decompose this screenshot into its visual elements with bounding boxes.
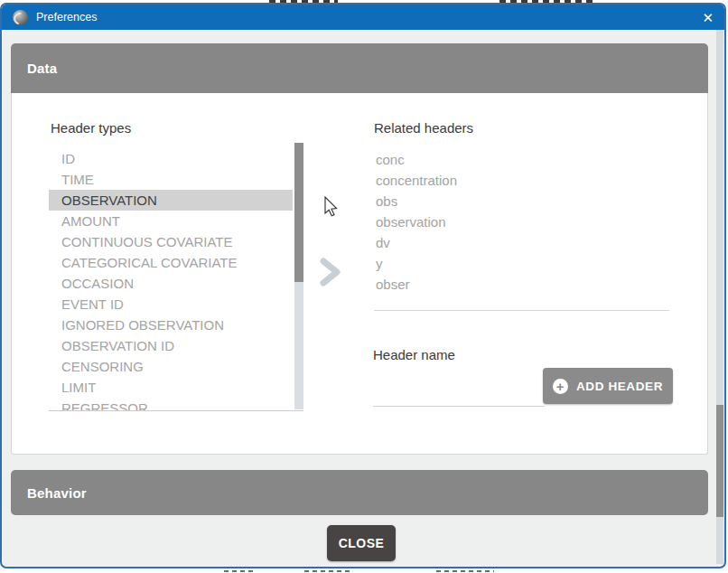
header-type-item[interactable]: EVENT ID [49, 294, 293, 315]
header-type-item[interactable]: CENSORING [49, 356, 293, 377]
related-header-item[interactable]: conc [376, 149, 457, 170]
data-section: Data Header types IDTIMEOBSERVATIONAMOUN… [11, 43, 708, 455]
header-name-label: Header name [373, 347, 455, 362]
scrollbar-thumb[interactable] [294, 143, 303, 282]
header-types-scrollbar[interactable] [294, 143, 303, 409]
header-type-item[interactable]: IGNORED OBSERVATION [49, 315, 293, 335]
header-type-item[interactable]: TIME [49, 169, 293, 190]
chevron-right-icon[interactable] [319, 258, 344, 290]
data-section-header: Data [11, 43, 708, 93]
add-header-button[interactable]: + ADD HEADER [543, 368, 673, 404]
close-button[interactable]: CLOSE [327, 525, 396, 561]
cursor-arrow-icon [323, 196, 339, 221]
data-section-title: Data [27, 61, 57, 76]
add-header-button-label: ADD HEADER [576, 380, 663, 393]
related-header-item[interactable]: dv [376, 232, 457, 253]
header-type-item[interactable]: OCCASION [49, 273, 293, 294]
header-name-input[interactable] [373, 370, 545, 407]
header-type-item[interactable]: OBSERVATION [49, 190, 293, 211]
background-text-fragment [224, 570, 257, 572]
related-header-item[interactable]: obser [376, 274, 457, 295]
header-type-item[interactable]: CATEGORICAL COVARIATE [49, 252, 293, 273]
dialog-title: Preferences [36, 11, 97, 23]
behavior-section-title: Behavior [27, 485, 87, 501]
dialog-titlebar[interactable]: Preferences ✕ [2, 5, 724, 30]
dialog-scrollbar[interactable] [716, 30, 723, 564]
related-header-item[interactable]: y [376, 253, 457, 274]
header-type-item[interactable]: ID [49, 148, 293, 169]
related-header-item[interactable]: obs [376, 191, 457, 211]
close-icon[interactable]: ✕ [702, 11, 714, 24]
related-header-item[interactable]: observation [376, 211, 457, 232]
divider [374, 310, 669, 311]
background-text-fragment [436, 570, 494, 572]
plus-circle-icon: + [553, 379, 568, 394]
header-type-item[interactable]: CONTINUOUS COVARIATE [49, 231, 293, 252]
header-types-list: IDTIMEOBSERVATIONAMOUNTCONTINUOUS COVARI… [49, 143, 293, 411]
data-section-body: Header types IDTIMEOBSERVATIONAMOUNTCONT… [11, 93, 708, 455]
header-type-item[interactable]: REGRESSOR [49, 398, 293, 411]
dialog-scrollbar-thumb[interactable] [716, 405, 723, 517]
header-types-listbox: IDTIMEOBSERVATIONAMOUNTCONTINUOUS COVARI… [49, 143, 303, 411]
header-types-label: Header types [51, 120, 131, 136]
app-logo-icon [13, 10, 28, 25]
related-header-item[interactable]: concentration [376, 170, 457, 191]
header-type-item[interactable]: AMOUNT [49, 211, 293, 231]
background-text-fragment [304, 570, 351, 572]
header-type-item[interactable]: OBSERVATION ID [49, 335, 293, 356]
related-headers-label: Related headers [374, 120, 473, 136]
preferences-dialog: Preferences ✕ Data Header types IDTIMEOB… [0, 3, 726, 568]
header-type-item[interactable]: LIMIT [49, 377, 293, 398]
related-headers-list: concconcentrationobsobservationdvyobser [376, 149, 457, 295]
behavior-section-header[interactable]: Behavior [11, 470, 708, 515]
